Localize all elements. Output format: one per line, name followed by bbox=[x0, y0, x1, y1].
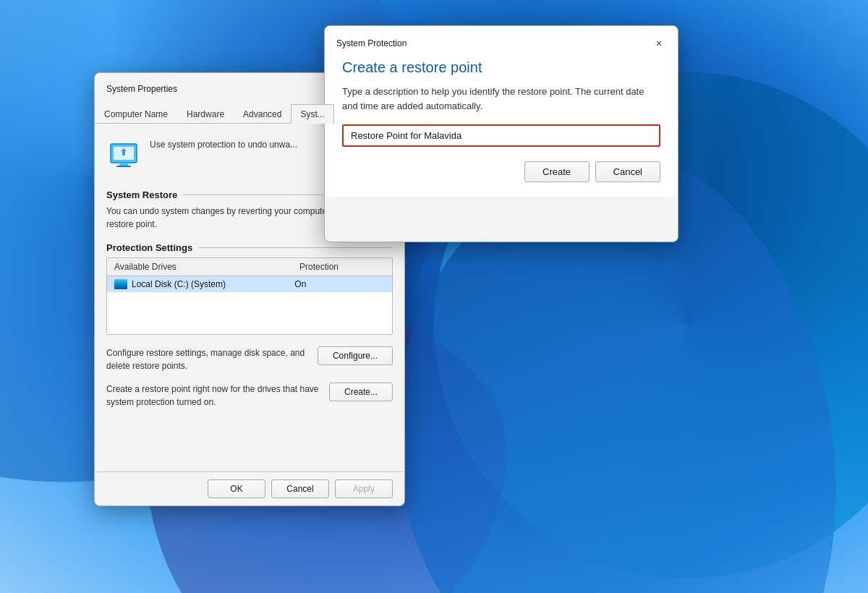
configure-description: Configure restore settings, manage disk … bbox=[106, 346, 309, 372]
table-header: Available Drives Protection bbox=[107, 258, 392, 276]
protection-section: Configure restore settings, manage disk … bbox=[106, 346, 393, 409]
apply-button[interactable]: Apply bbox=[335, 479, 393, 498]
dialog-title-controls: × bbox=[649, 33, 669, 54]
protection-settings-title: Protection Settings bbox=[106, 242, 393, 253]
system-protection-dialog-title: System Protection bbox=[336, 38, 407, 48]
table-row[interactable]: Local Disk (C:) (System) On bbox=[107, 276, 392, 292]
restore-point-input[interactable] bbox=[342, 124, 660, 147]
tab-hardware[interactable]: Hardware bbox=[177, 104, 234, 124]
dialog-cancel-button[interactable]: Cancel bbox=[595, 161, 660, 182]
system-protection-dialog-title-bar: System Protection × bbox=[325, 26, 678, 59]
create-description: Create a restore point right now for the… bbox=[106, 383, 320, 409]
protection-settings-table: Available Drives Protection Local Disk (… bbox=[106, 257, 393, 335]
protection-cell: On bbox=[294, 279, 385, 289]
cancel-button[interactable]: Cancel bbox=[271, 479, 329, 498]
col-header-drives: Available Drives bbox=[107, 258, 292, 276]
dialog-description: Type a description to help you identify … bbox=[342, 85, 660, 113]
dialog-create-button[interactable]: Create bbox=[524, 161, 590, 182]
configure-row: Configure restore settings, manage disk … bbox=[106, 346, 393, 372]
shield-computer-icon bbox=[106, 138, 141, 173]
configure-button[interactable]: Configure... bbox=[318, 346, 393, 365]
tab-system-protection[interactable]: Syst... bbox=[291, 104, 333, 124]
drive-icon bbox=[114, 279, 127, 289]
system-protection-dialog: System Protection × Create a restore poi… bbox=[324, 25, 678, 242]
dialog-close-button[interactable]: × bbox=[649, 33, 669, 54]
dialog-buttons: Create Cancel bbox=[342, 161, 660, 182]
drive-name: Local Disk (C:) (System) bbox=[132, 279, 226, 289]
dialog-heading: Create a restore point bbox=[342, 59, 660, 76]
system-protect-icon bbox=[106, 138, 141, 175]
dialog-content: Create a restore point Type a descriptio… bbox=[325, 59, 678, 197]
drive-cell: Local Disk (C:) (System) bbox=[114, 279, 294, 289]
table-body: Local Disk (C:) (System) On bbox=[107, 276, 392, 334]
tab-computer-name[interactable]: Computer Name bbox=[95, 104, 177, 124]
col-header-protection: Protection bbox=[292, 258, 392, 276]
system-protect-text: Use system protection to undo unwa... bbox=[150, 138, 297, 151]
svg-rect-2 bbox=[119, 163, 128, 166]
tab-advanced[interactable]: Advanced bbox=[234, 104, 291, 124]
ok-button[interactable]: OK bbox=[208, 479, 265, 498]
svg-rect-3 bbox=[116, 166, 131, 167]
system-properties-title: System Properties bbox=[106, 84, 177, 94]
bottom-buttons: OK Cancel Apply bbox=[95, 472, 404, 505]
create-row: Create a restore point right now for the… bbox=[106, 383, 393, 409]
create-button[interactable]: Create... bbox=[329, 383, 393, 401]
